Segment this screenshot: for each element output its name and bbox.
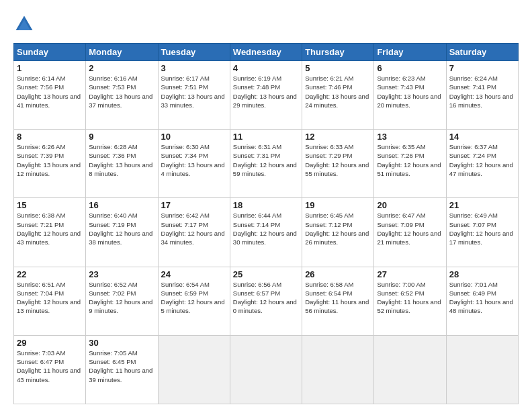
day-number: 22 [17, 269, 83, 279]
day-info: Sunrise: 7:03 AMSunset: 6:47 PMDaylight:… [17, 349, 81, 383]
day-info: Sunrise: 6:24 AMSunset: 7:41 PMDaylight:… [449, 75, 513, 109]
calendar-cell: 7 Sunrise: 6:24 AMSunset: 7:41 PMDayligh… [446, 61, 518, 130]
calendar-cell: 2 Sunrise: 6:16 AMSunset: 7:53 PMDayligh… [86, 61, 158, 130]
day-info: Sunrise: 6:14 AMSunset: 7:56 PMDaylight:… [17, 75, 81, 109]
day-number: 23 [89, 269, 154, 279]
day-info: Sunrise: 6:30 AMSunset: 7:34 PMDaylight:… [161, 143, 225, 177]
day-info: Sunrise: 6:23 AMSunset: 7:43 PMDaylight:… [377, 75, 441, 109]
calendar-header-saturday: Saturday [446, 44, 518, 61]
logo [13, 13, 38, 35]
calendar-cell: 9 Sunrise: 6:28 AMSunset: 7:36 PMDayligh… [86, 130, 158, 198]
day-info: Sunrise: 6:16 AMSunset: 7:53 PMDaylight:… [89, 75, 152, 109]
calendar-cell: 19 Sunrise: 6:45 AMSunset: 7:12 PMDaylig… [302, 198, 374, 267]
calendar-cell: 23 Sunrise: 6:52 AMSunset: 7:02 PMDaylig… [86, 267, 158, 335]
day-info: Sunrise: 6:49 AMSunset: 7:07 PMDaylight:… [449, 212, 513, 246]
calendar-week-2: 15 Sunrise: 6:38 AMSunset: 7:21 PMDaylig… [14, 198, 519, 267]
day-number: 10 [161, 132, 227, 142]
calendar-cell: 5 Sunrise: 6:21 AMSunset: 7:46 PMDayligh… [302, 61, 374, 130]
day-info: Sunrise: 7:00 AMSunset: 6:52 PMDaylight:… [377, 281, 441, 315]
day-info: Sunrise: 6:56 AMSunset: 6:57 PMDaylight:… [233, 281, 297, 315]
calendar-header-friday: Friday [374, 44, 446, 61]
day-number: 6 [377, 63, 443, 73]
day-number: 26 [305, 269, 371, 279]
day-number: 17 [161, 200, 227, 210]
page: SundayMondayTuesdayWednesdayThursdayFrid… [0, 0, 532, 411]
calendar-cell: 29 Sunrise: 7:03 AMSunset: 6:47 PMDaylig… [14, 335, 86, 404]
day-info: Sunrise: 6:26 AMSunset: 7:39 PMDaylight:… [17, 143, 81, 177]
calendar-cell: 14 Sunrise: 6:37 AMSunset: 7:24 PMDaylig… [446, 130, 518, 198]
calendar-header-sunday: Sunday [14, 44, 86, 61]
calendar-cell: 26 Sunrise: 6:58 AMSunset: 6:54 PMDaylig… [302, 267, 374, 335]
day-number: 9 [89, 132, 154, 142]
day-info: Sunrise: 6:54 AMSunset: 6:59 PMDaylight:… [161, 281, 225, 315]
calendar-cell: 10 Sunrise: 6:30 AMSunset: 7:34 PMDaylig… [158, 130, 230, 198]
calendar-cell: 20 Sunrise: 6:47 AMSunset: 7:09 PMDaylig… [374, 198, 446, 267]
calendar-cell: 22 Sunrise: 6:51 AMSunset: 7:04 PMDaylig… [14, 267, 86, 335]
day-number: 11 [233, 132, 299, 142]
day-number: 1 [17, 63, 83, 73]
calendar-cell: 3 Sunrise: 6:17 AMSunset: 7:51 PMDayligh… [158, 61, 230, 130]
calendar-week-4: 29 Sunrise: 7:03 AMSunset: 6:47 PMDaylig… [14, 335, 519, 404]
day-info: Sunrise: 6:51 AMSunset: 7:04 PMDaylight:… [17, 281, 81, 315]
calendar-cell: 15 Sunrise: 6:38 AMSunset: 7:21 PMDaylig… [14, 198, 86, 267]
day-number: 20 [377, 200, 443, 210]
calendar-cell: 16 Sunrise: 6:40 AMSunset: 7:19 PMDaylig… [86, 198, 158, 267]
day-info: Sunrise: 6:52 AMSunset: 7:02 PMDaylight:… [89, 281, 152, 315]
calendar-week-1: 8 Sunrise: 6:26 AMSunset: 7:39 PMDayligh… [14, 130, 519, 198]
day-info: Sunrise: 6:35 AMSunset: 7:26 PMDaylight:… [377, 143, 441, 177]
day-info: Sunrise: 6:45 AMSunset: 7:12 PMDaylight:… [305, 212, 369, 246]
day-info: Sunrise: 6:47 AMSunset: 7:09 PMDaylight:… [377, 212, 441, 246]
calendar-cell [230, 335, 302, 404]
day-info: Sunrise: 6:21 AMSunset: 7:46 PMDaylight:… [305, 75, 369, 109]
calendar-cell [374, 335, 446, 404]
calendar-header-monday: Monday [86, 44, 158, 61]
day-info: Sunrise: 7:01 AMSunset: 6:49 PMDaylight:… [449, 281, 513, 315]
logo-icon [13, 13, 35, 35]
day-info: Sunrise: 6:37 AMSunset: 7:24 PMDaylight:… [449, 143, 513, 177]
calendar-cell: 24 Sunrise: 6:54 AMSunset: 6:59 PMDaylig… [158, 267, 230, 335]
calendar-week-3: 22 Sunrise: 6:51 AMSunset: 7:04 PMDaylig… [14, 267, 519, 335]
day-number: 15 [17, 200, 83, 210]
day-info: Sunrise: 7:05 AMSunset: 6:45 PMDaylight:… [89, 349, 152, 383]
calendar-cell: 6 Sunrise: 6:23 AMSunset: 7:43 PMDayligh… [374, 61, 446, 130]
day-number: 21 [449, 200, 515, 210]
day-number: 4 [233, 63, 299, 73]
calendar-table: SundayMondayTuesdayWednesdayThursdayFrid… [13, 43, 519, 404]
calendar-cell: 27 Sunrise: 7:00 AMSunset: 6:52 PMDaylig… [374, 267, 446, 335]
day-info: Sunrise: 6:38 AMSunset: 7:21 PMDaylight:… [17, 212, 81, 246]
calendar-cell: 1 Sunrise: 6:14 AMSunset: 7:56 PMDayligh… [14, 61, 86, 130]
day-number: 18 [233, 200, 299, 210]
day-info: Sunrise: 6:42 AMSunset: 7:17 PMDaylight:… [161, 212, 225, 246]
calendar-week-0: 1 Sunrise: 6:14 AMSunset: 7:56 PMDayligh… [14, 61, 519, 130]
calendar-cell: 18 Sunrise: 6:44 AMSunset: 7:14 PMDaylig… [230, 198, 302, 267]
calendar-cell [158, 335, 230, 404]
day-number: 8 [17, 132, 83, 142]
day-info: Sunrise: 6:28 AMSunset: 7:36 PMDaylight:… [89, 143, 152, 177]
day-info: Sunrise: 6:58 AMSunset: 6:54 PMDaylight:… [305, 281, 369, 315]
calendar-cell: 13 Sunrise: 6:35 AMSunset: 7:26 PMDaylig… [374, 130, 446, 198]
header [13, 13, 519, 35]
calendar-cell: 17 Sunrise: 6:42 AMSunset: 7:17 PMDaylig… [158, 198, 230, 267]
day-number: 13 [377, 132, 443, 142]
calendar-cell: 30 Sunrise: 7:05 AMSunset: 6:45 PMDaylig… [86, 335, 158, 404]
day-number: 27 [377, 269, 443, 279]
calendar-header-tuesday: Tuesday [158, 44, 230, 61]
day-info: Sunrise: 6:40 AMSunset: 7:19 PMDaylight:… [89, 212, 152, 246]
calendar-cell: 4 Sunrise: 6:19 AMSunset: 7:48 PMDayligh… [230, 61, 302, 130]
day-number: 16 [89, 200, 154, 210]
day-number: 7 [449, 63, 515, 73]
calendar-cell: 21 Sunrise: 6:49 AMSunset: 7:07 PMDaylig… [446, 198, 518, 267]
day-number: 24 [161, 269, 227, 279]
day-number: 5 [305, 63, 371, 73]
day-number: 29 [17, 338, 83, 348]
day-number: 14 [449, 132, 515, 142]
calendar-cell [446, 335, 518, 404]
day-info: Sunrise: 6:31 AMSunset: 7:31 PMDaylight:… [233, 143, 297, 177]
day-number: 25 [233, 269, 299, 279]
calendar-cell: 12 Sunrise: 6:33 AMSunset: 7:29 PMDaylig… [302, 130, 374, 198]
calendar-cell: 11 Sunrise: 6:31 AMSunset: 7:31 PMDaylig… [230, 130, 302, 198]
calendar-cell: 8 Sunrise: 6:26 AMSunset: 7:39 PMDayligh… [14, 130, 86, 198]
calendar-header-row: SundayMondayTuesdayWednesdayThursdayFrid… [14, 44, 519, 61]
day-info: Sunrise: 6:19 AMSunset: 7:48 PMDaylight:… [233, 75, 297, 109]
calendar-cell: 25 Sunrise: 6:56 AMSunset: 6:57 PMDaylig… [230, 267, 302, 335]
